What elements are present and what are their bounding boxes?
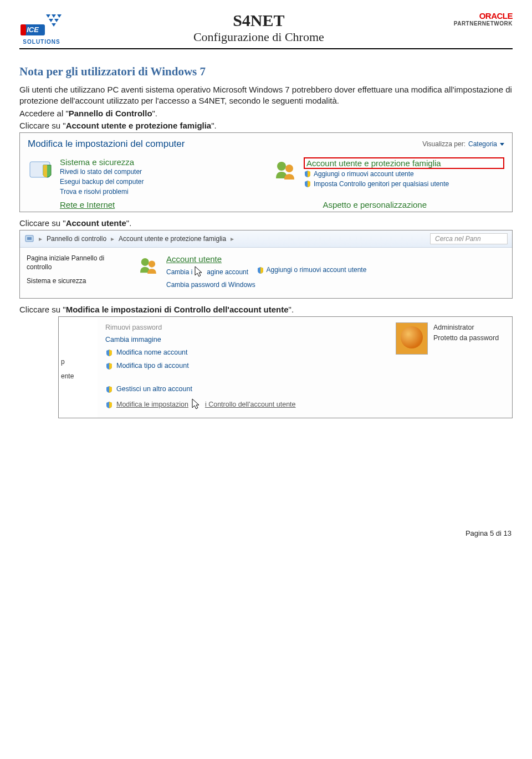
svg-rect-13 (27, 237, 32, 240)
cp-sub[interactable]: Esegui backup del computer (60, 177, 260, 187)
shield-icon (105, 349, 113, 357)
cp-icon (24, 234, 34, 244)
account-utente-link[interactable]: Account utente (166, 254, 222, 264)
system-security-icon (28, 157, 54, 184)
search-input[interactable]: Cerca nel Pann (430, 233, 508, 244)
user-avatar (396, 322, 428, 355)
cursor-icon (193, 265, 204, 279)
cp-sub[interactable]: Trova e risolvi problemi (60, 187, 260, 197)
shield-icon (105, 362, 113, 370)
svg-rect-8 (21, 24, 26, 35)
svg-marker-5 (52, 23, 56, 27)
sidebar-system[interactable]: Sistema e sicurezza (27, 277, 124, 286)
header-center: S4NET Configurazione di Chrome (64, 11, 454, 44)
doc-subtitle: Configurazione di Chrome (64, 30, 454, 44)
section-heading: Nota per gli utilizzatori di Windows 7 (19, 65, 513, 79)
svg-text:ICE: ICE (27, 25, 39, 34)
shield-icon (105, 401, 113, 409)
change-image-link[interactable]: Cambia iagine account (166, 265, 248, 279)
cp-sub[interactable]: Imposta Controllo genitori per qualsiasi… (314, 179, 449, 189)
instruction-4: Cliccare su "Modifica le impostazioni di… (19, 304, 513, 315)
shield-icon (105, 386, 113, 393)
change-password-link[interactable]: Cambia password di Windows (166, 281, 255, 289)
oracle-text: ORACLE (454, 11, 513, 20)
svg-marker-1 (52, 14, 56, 18)
svg-point-11 (285, 165, 293, 172)
user-accounts-icon (136, 254, 160, 278)
cursor-icon (191, 398, 202, 411)
shield-icon (304, 170, 311, 178)
svg-point-15 (149, 261, 155, 268)
view-by[interactable]: Visualizza per: Categoria (422, 140, 504, 148)
appearance-link[interactable]: Aspetto e personalizzazione (323, 200, 427, 209)
svg-marker-0 (46, 14, 50, 18)
logo-text: SOLUTIONS (23, 39, 60, 45)
cp-sidebar: Pagina iniziale Pannello di controllo Si… (20, 248, 131, 298)
svg-point-14 (141, 258, 149, 266)
cp-sub[interactable]: Aggiungi o rimuovi account utente (314, 169, 414, 179)
svg-point-10 (277, 162, 286, 171)
manage-other-link[interactable]: Gestisci un altro account (105, 382, 382, 396)
remove-password-link[interactable]: Rimuovi password (105, 321, 382, 334)
page-header: ICE SOLUTIONS S4NET Configurazione di Ch… (19, 11, 513, 49)
page-footer: Pagina 5 di 13 (19, 529, 513, 537)
chevron-down-icon (500, 143, 504, 146)
screenshot-account-utente: ▸ Pannello di controllo ▸ Account utente… (19, 230, 513, 299)
svg-marker-2 (57, 14, 62, 18)
user-accounts-link[interactable]: Account utente e protezione famiglia (304, 157, 504, 169)
sidebar-home[interactable]: Pagina iniziale Pannello di controllo (27, 254, 124, 271)
change-image-link[interactable]: Cambia immagine (105, 334, 382, 346)
add-remove-link[interactable]: Aggiungi o rimuovi account utente (257, 265, 367, 274)
system-security-link[interactable]: Sistema e sicurezza (60, 157, 260, 167)
logo-ice: ICE SOLUTIONS (19, 11, 64, 45)
network-link[interactable]: Rete e Internet (60, 200, 115, 209)
instruction-3: Cliccare su "Account utente". (19, 218, 513, 229)
uac-settings-link[interactable]: Modifica le impostazioni Controllo dell'… (105, 396, 382, 413)
ice-logo-icon: ICE (19, 11, 64, 39)
shield-icon (304, 180, 311, 188)
change-type-link[interactable]: Modifica tipo di account (105, 359, 382, 372)
doc-title: S4NET (64, 11, 454, 30)
instruction-2: Cliccare su "Account utente e protezione… (19, 120, 513, 131)
intro-paragraph: Gli utenti che utilizzano PC aventi sist… (19, 84, 513, 107)
svg-marker-3 (49, 19, 53, 22)
instruction-1: Accedere al "Pannello di Controllo". (19, 108, 513, 119)
logo-oracle: ORACLE PARTNERNETWORK (454, 11, 513, 27)
s3-sidebar: p ente (59, 317, 98, 418)
crumb-cp[interactable]: Pannello di controllo (47, 235, 106, 243)
account-info: Administrator Protetto da password (433, 322, 499, 343)
breadcrumb-bar: ▸ Pannello di controllo ▸ Account utente… (20, 230, 512, 248)
crumb-accounts[interactable]: Account utente e protezione famiglia (119, 235, 226, 243)
svg-marker-4 (54, 19, 59, 22)
cp-title: Modifica le impostazioni del computer (28, 139, 185, 150)
cp-sub[interactable]: Rivedi lo stato del computer (60, 167, 260, 177)
cp-category-accounts[interactable]: Account utente e protezione famiglia Agg… (272, 157, 504, 197)
screenshot-uac: p ente Rimuovi password Cambia immagine … (58, 316, 513, 418)
user-accounts-icon (272, 157, 298, 184)
cp-category-system[interactable]: Sistema e sicurezza Rivedi lo stato del … (28, 157, 260, 197)
screenshot-control-panel: Modifica le impostazioni del computer Vi… (19, 132, 513, 212)
shield-icon (257, 266, 264, 274)
partner-text: PARTNERNETWORK (454, 20, 513, 27)
change-name-link[interactable]: Modifica nome account (105, 346, 382, 359)
